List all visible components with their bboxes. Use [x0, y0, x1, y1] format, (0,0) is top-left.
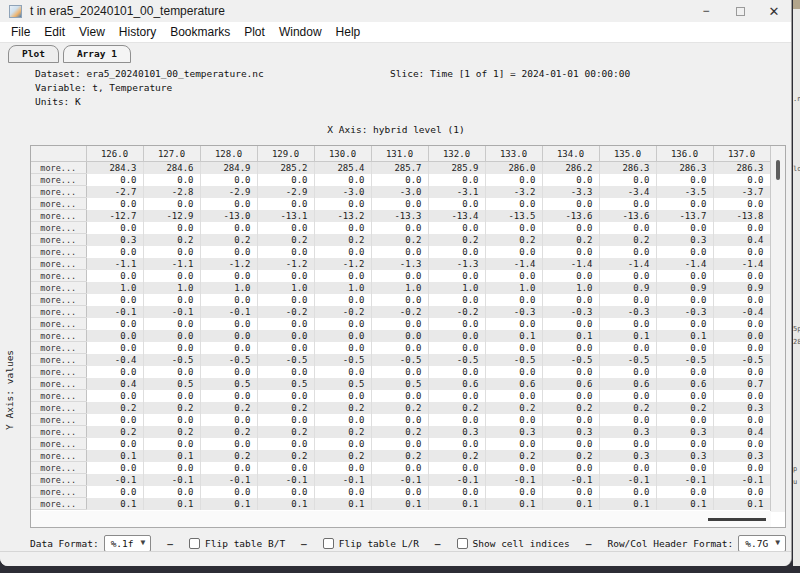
cell[interactable]: 0.6 [599, 378, 656, 390]
cell[interactable]: 0.0 [143, 390, 200, 402]
row-header-more[interactable]: more... [31, 270, 86, 282]
cell[interactable]: 0.0 [428, 414, 485, 426]
cell[interactable]: 0.2 [200, 450, 257, 462]
cell[interactable]: 0.1 [200, 498, 257, 510]
cell[interactable]: 0.0 [542, 246, 599, 258]
cell[interactable]: 0.0 [143, 222, 200, 234]
cell[interactable]: -1.2 [314, 258, 371, 270]
cell[interactable]: 0.1 [542, 498, 599, 510]
cell[interactable]: 0.0 [200, 438, 257, 450]
horizontal-scrollbar[interactable] [31, 511, 771, 527]
cell[interactable]: -13.4 [428, 210, 485, 222]
cell[interactable]: 0.2 [428, 234, 485, 246]
cell[interactable]: 0.0 [599, 246, 656, 258]
menu-history[interactable]: History [112, 25, 163, 39]
cell[interactable]: -1.4 [485, 258, 542, 270]
cell[interactable]: 0.0 [371, 318, 428, 330]
cell[interactable]: -0.2 [257, 306, 314, 318]
cell[interactable]: 0.4 [713, 426, 770, 438]
cell[interactable]: 0.0 [314, 318, 371, 330]
cell[interactable]: -13.6 [599, 210, 656, 222]
cell[interactable]: 1.0 [542, 282, 599, 294]
cell[interactable]: 286.2 [542, 162, 599, 174]
cell[interactable]: -3.4 [599, 186, 656, 198]
cell[interactable]: 0.5 [371, 378, 428, 390]
cell[interactable]: 286.3 [656, 162, 713, 174]
cell[interactable]: 0.0 [656, 414, 713, 426]
cell[interactable]: 1.0 [314, 282, 371, 294]
cell[interactable]: 0.4 [713, 234, 770, 246]
cell[interactable]: 0.2 [371, 450, 428, 462]
cell[interactable]: -2.9 [257, 186, 314, 198]
cell[interactable]: -1.4 [713, 258, 770, 270]
cell[interactable]: 0.0 [86, 222, 143, 234]
cell[interactable]: 0.2 [143, 426, 200, 438]
cell[interactable]: 0.0 [599, 222, 656, 234]
row-header-more[interactable]: more... [31, 306, 86, 318]
cell[interactable]: 0.0 [542, 198, 599, 210]
cell[interactable]: 0.0 [542, 270, 599, 282]
cell[interactable]: -12.9 [143, 210, 200, 222]
cell[interactable]: 0.0 [485, 390, 542, 402]
cell[interactable]: -0.5 [371, 354, 428, 366]
cell[interactable]: 0.0 [86, 198, 143, 210]
row-header-more[interactable]: more... [31, 258, 86, 270]
cell[interactable]: 0.0 [713, 222, 770, 234]
cell[interactable]: 0.0 [86, 270, 143, 282]
cell[interactable]: 0.0 [599, 438, 656, 450]
cell[interactable]: 0.0 [713, 270, 770, 282]
cell[interactable]: 285.7 [371, 162, 428, 174]
cell[interactable]: 0.0 [371, 414, 428, 426]
cell[interactable]: 285.4 [314, 162, 371, 174]
cell[interactable]: 0.0 [200, 330, 257, 342]
cell[interactable]: 0.0 [713, 486, 770, 498]
cell[interactable]: 0.0 [314, 246, 371, 258]
cell[interactable]: 0.0 [86, 246, 143, 258]
cell[interactable]: 0.0 [257, 270, 314, 282]
cell[interactable]: 0.0 [713, 330, 770, 342]
cell[interactable]: -13.6 [542, 210, 599, 222]
row-header-more[interactable]: more... [31, 498, 86, 510]
cell[interactable]: 0.0 [713, 390, 770, 402]
cell[interactable]: 0.0 [599, 462, 656, 474]
cell[interactable]: -0.1 [428, 474, 485, 486]
cell[interactable]: 284.3 [86, 162, 143, 174]
cell[interactable]: 285.9 [428, 162, 485, 174]
cell[interactable]: 286.3 [713, 162, 770, 174]
row-header-more[interactable]: more... [31, 438, 86, 450]
row-header-more[interactable]: more... [31, 474, 86, 486]
cell[interactable]: 0.0 [200, 198, 257, 210]
header-format-select[interactable]: %.7G ▼ [738, 535, 786, 552]
menu-file[interactable]: File [4, 25, 37, 39]
cell[interactable]: 0.0 [713, 438, 770, 450]
cell[interactable]: 0.6 [656, 378, 713, 390]
cell[interactable]: -1.1 [143, 258, 200, 270]
cell[interactable]: -0.1 [257, 474, 314, 486]
cell[interactable]: -0.1 [86, 306, 143, 318]
cell[interactable]: 0.0 [485, 270, 542, 282]
cell[interactable]: 0.0 [656, 270, 713, 282]
cell[interactable]: -0.5 [599, 354, 656, 366]
cell[interactable]: 0.3 [656, 450, 713, 462]
cell[interactable]: 285.2 [257, 162, 314, 174]
cell[interactable]: 0.1 [314, 498, 371, 510]
cell[interactable]: 0.2 [314, 402, 371, 414]
cell[interactable]: 0.0 [542, 342, 599, 354]
cell[interactable]: 0.2 [428, 450, 485, 462]
cell[interactable]: 0.1 [143, 498, 200, 510]
cell[interactable]: -1.4 [599, 258, 656, 270]
row-header-more[interactable]: more... [31, 486, 86, 498]
cell[interactable]: 0.0 [314, 438, 371, 450]
cell[interactable]: -0.5 [314, 354, 371, 366]
cell[interactable]: 0.2 [143, 402, 200, 414]
cell[interactable]: -0.5 [485, 354, 542, 366]
cell[interactable]: 0.2 [599, 402, 656, 414]
cell[interactable]: 0.0 [485, 366, 542, 378]
cell[interactable]: 0.0 [257, 342, 314, 354]
cell[interactable]: 0.0 [143, 342, 200, 354]
cell[interactable]: 0.0 [599, 486, 656, 498]
cell[interactable]: 0.0 [143, 294, 200, 306]
cell[interactable]: 0.0 [257, 294, 314, 306]
vertical-scrollbar-thumb[interactable] [776, 160, 780, 180]
cell[interactable]: 0.0 [200, 366, 257, 378]
